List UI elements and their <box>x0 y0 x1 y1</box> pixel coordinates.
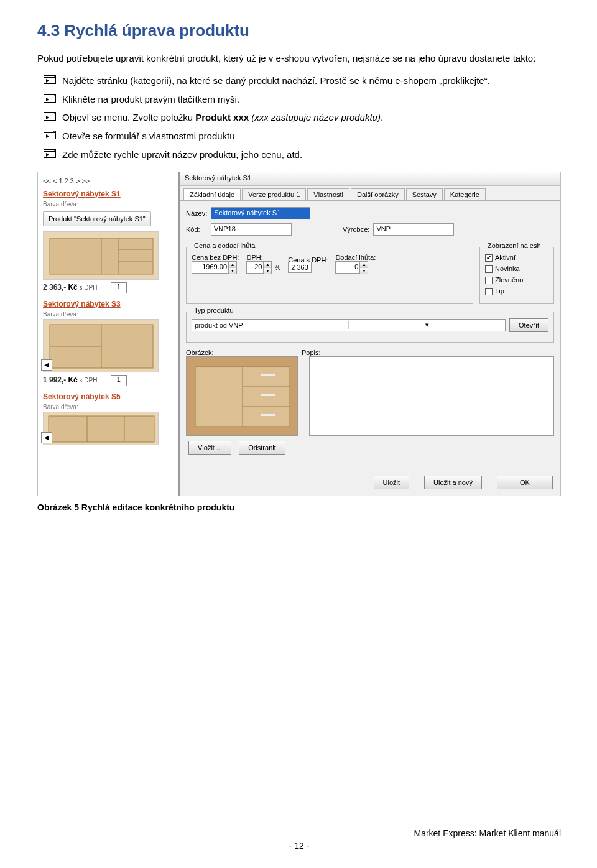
product-link-s3[interactable]: Sektorový nábytek S3 <box>43 300 174 308</box>
svg-rect-12 <box>44 149 56 157</box>
bullet-window-icon <box>44 149 56 159</box>
price-ex-input[interactable]: 1969.00 <box>192 261 229 274</box>
svg-rect-30 <box>261 374 275 376</box>
attribute-label: Barva dřeva: <box>43 404 174 410</box>
insert-button[interactable]: Vložit ... <box>188 441 231 455</box>
pct-sign: % <box>274 264 280 271</box>
pager[interactable]: << < 1 2 3 > >> <box>43 177 174 185</box>
ok-button[interactable]: OK <box>497 476 553 489</box>
remove-button[interactable]: Odstranit <box>239 441 285 455</box>
svg-rect-0 <box>44 75 56 83</box>
type-combobox[interactable]: produkt od VNP▾ <box>192 319 506 331</box>
tab-basic[interactable]: Základní údaje <box>183 188 241 200</box>
tab-sets[interactable]: Sestavy <box>406 188 443 200</box>
tab-version[interactable]: Verze produktu 1 <box>242 188 306 200</box>
product-thumbnail[interactable]: ◀ <box>43 319 159 372</box>
spinner-icon[interactable]: ▲▼ <box>263 261 272 274</box>
attribute-label: Barva dřeva: <box>43 201 174 208</box>
svg-rect-23 <box>49 416 154 442</box>
group-type-title: Typ produktu <box>192 307 236 314</box>
spinner-icon[interactable]: ▲▼ <box>359 261 368 274</box>
name-label: Název: <box>186 210 207 217</box>
svg-rect-32 <box>261 414 275 416</box>
delivery-label: Dodací lhůta: <box>335 254 376 261</box>
bullet-window-icon <box>44 75 56 85</box>
svg-marker-11 <box>46 134 49 138</box>
description-label: Popis: <box>302 349 554 356</box>
svg-rect-9 <box>44 131 56 139</box>
svg-marker-2 <box>46 79 49 83</box>
svg-rect-31 <box>261 394 275 396</box>
product-link-s5[interactable]: Sektorový nábytek S5 <box>43 392 174 401</box>
tip-checkbox[interactable]: Tip <box>485 287 548 295</box>
chevron-down-icon: ▾ <box>348 321 505 329</box>
tab-bar: Základní údaje Verze produktu 1 Vlastnos… <box>180 186 560 200</box>
code-label: Kód: <box>186 226 207 233</box>
attribute-label: Barva dřeva: <box>43 311 174 318</box>
dialog-titlebar[interactable]: Sektorový nábytek S1 <box>180 172 560 186</box>
bullet-text: Najděte stránku (kategorii), na které se… <box>62 74 490 88</box>
price-row: 1 992,- Kč s DPH 1 <box>43 375 174 386</box>
bullet-window-icon <box>44 112 56 122</box>
intro-paragraph: Pokud potřebujete upravit konkrétní prod… <box>37 52 561 65</box>
tab-props[interactable]: Vlastnosti <box>307 188 349 200</box>
bullet-text: Objeví se menu. Zvolte položku Produkt x… <box>62 111 383 124</box>
page-footer: Market Express: Market Klient manuál - 1… <box>37 828 561 851</box>
active-checkbox[interactable]: Aktivní <box>485 254 548 262</box>
vat-label: DPH: <box>246 254 280 261</box>
save-button[interactable]: Uložit <box>374 476 410 489</box>
dialog-footer: Uložit Uložit a nový OK <box>180 472 560 496</box>
scroll-left-icon[interactable]: ◀ <box>41 432 52 443</box>
qty-input[interactable]: 1 <box>111 375 127 386</box>
footer-brand: Market Express: Market Klient manuál <box>37 828 561 838</box>
price-row: 2 363,- Kč s DPH 1 <box>43 282 174 293</box>
product-link-s1[interactable]: Sektorový nábytek S1 <box>43 190 174 198</box>
tab-cats[interactable]: Kategorie <box>444 188 486 200</box>
svg-marker-5 <box>46 98 49 101</box>
bullet-text: Zde můžete rychle upravit název produktu… <box>62 148 302 162</box>
bullet-window-icon <box>44 94 56 104</box>
novelty-checkbox[interactable]: Novinka <box>485 265 548 273</box>
product-thumbnail[interactable] <box>43 231 159 280</box>
product-image-preview[interactable] <box>186 356 298 436</box>
svg-marker-14 <box>46 153 49 157</box>
price-ex-label: Cena bez DPH: <box>192 254 239 261</box>
code-input[interactable]: VNP18 <box>211 223 292 236</box>
qty-input[interactable]: 1 <box>111 282 127 293</box>
group-price-title: Cena a dodací lhůta <box>192 242 257 249</box>
svg-rect-3 <box>44 94 56 102</box>
footer-page: - 12 - <box>37 841 561 851</box>
discount-checkbox[interactable]: Zlevněno <box>485 276 548 284</box>
svg-rect-6 <box>44 113 56 121</box>
spinner-icon[interactable]: ▲▼ <box>228 261 237 274</box>
maker-label: Výrobce: <box>343 226 369 233</box>
name-input[interactable]: Sektorový nábytek S1 <box>211 207 310 219</box>
bullet-text: Klikněte na produkt pravým tlačítkem myš… <box>62 93 239 106</box>
delivery-input[interactable]: 0 <box>335 261 360 274</box>
context-menu-item[interactable]: Produkt "Sektorový nábytek S1" <box>43 211 151 226</box>
bullet-text: Otevře se formulář s vlastnostmi produkt… <box>62 129 235 143</box>
price-in-input[interactable]: 2 363 <box>288 262 312 273</box>
save-new-button[interactable]: Uložit a nový <box>424 476 482 489</box>
scroll-left-icon[interactable]: ◀ <box>41 359 52 371</box>
eshop-panel: << < 1 2 3 > >> Sektorový nábytek S1 Bar… <box>38 172 180 496</box>
product-thumbnail[interactable]: ◀ <box>43 412 159 445</box>
image-label: Obrázek: <box>186 349 298 356</box>
open-button[interactable]: Otevřít <box>509 318 548 332</box>
maker-input[interactable]: VNP <box>373 223 454 236</box>
vat-input[interactable]: 20 <box>246 261 264 274</box>
description-textarea[interactable] <box>309 356 554 436</box>
screenshot-figure: << < 1 2 3 > >> Sektorový nábytek S1 Bar… <box>37 172 561 496</box>
group-display-title: Zobrazení na esh <box>485 242 544 249</box>
bullet-window-icon <box>44 131 56 141</box>
section-heading: 4.3 Rychlá úprava produktu <box>37 21 561 40</box>
svg-marker-8 <box>46 116 49 119</box>
tab-images[interactable]: Další obrázky <box>351 188 405 200</box>
product-dialog: Sektorový nábytek S1 Základní údaje Verz… <box>180 172 560 496</box>
figure-caption: Obrázek 5 Rychlá editace konkrétního pro… <box>37 502 561 512</box>
